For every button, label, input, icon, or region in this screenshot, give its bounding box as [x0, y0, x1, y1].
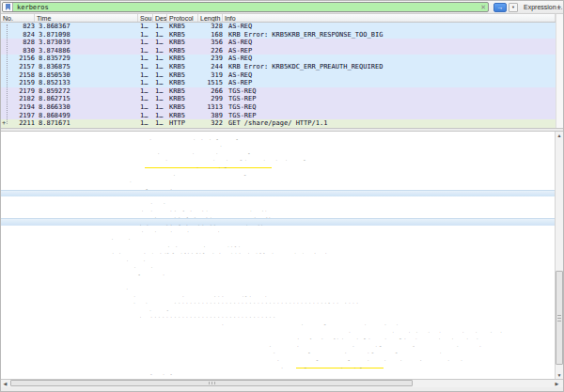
packet-row[interactable]: 823 3.868367 1… 1… KRB5 328 AS-REQ [1, 23, 556, 31]
detail-tree-item[interactable]: authenticator-vno: 5 [1, 261, 555, 269]
detail-tree: .0.. .... = initial: False ..1. .... = p… [1, 133, 555, 375]
wireshark-window: kerberos ✕ → ▼ Expression… + No. Time So… [0, 0, 564, 392]
packet-row[interactable]: 2182 8.862715 1… 1… KRB5 299 TGS-REP [1, 95, 556, 103]
scroll-right-icon[interactable]: ▶ [553, 380, 561, 387]
scroll-left-icon[interactable]: ◀ [1, 380, 9, 387]
detail-tree-item[interactable]: ▷cname [1, 190, 555, 197]
detail-tree-item[interactable]: .... .... .... .... .... .... .... 0... … [1, 339, 555, 347]
cell-length: 266 [198, 87, 223, 96]
detail-tree-item[interactable]: ▷authorization-data: 1 item [1, 226, 555, 233]
detail-text: .... .... .... .... .... .... .... ...0 … [130, 368, 296, 368]
detail-tree-item[interactable]: .... ..0. = anonymous: False [1, 168, 555, 176]
display-filter-field[interactable]: kerberos ✕ [2, 2, 489, 12]
column-header-dest[interactable]: Des [153, 14, 167, 22]
detail-tree-item[interactable]: ◢authenticator [1, 232, 555, 240]
cell-info: AS-REP [223, 47, 556, 55]
detail-tree-item[interactable]: ◢cipher: 407840d3fedf90f03ede0e48895d7df… [1, 247, 555, 255]
cell-protocol: KRB5 [167, 47, 198, 55]
packet-row[interactable]: 824 3.871098 1… 1… KRB5 168 KRB Error: K… [1, 31, 556, 39]
detail-vertical-scrollbar[interactable]: ▲ ▼ [555, 132, 563, 379]
cell-info: TGS-REP [223, 95, 556, 103]
packet-row[interactable]: 2158 8.850530 1… 1… KRB5 319 AS-REQ [1, 71, 556, 80]
add-filter-button[interactable]: + [556, 3, 561, 12]
cell-time: 8.868499 [35, 112, 138, 120]
cell-dest: 1… [153, 55, 167, 63]
packet-row[interactable]: 2156 8.835729 1… 1… KRB5 239 AS-REQ [1, 55, 556, 63]
cell-length: 319 [198, 71, 223, 80]
detail-text: etype: eTYPE-ARCFOUR-HMAC-MD5 (23) [107, 246, 242, 247]
detail-tree-item[interactable]: endtime: 2016-07-29 00:17:47 (UTC) [1, 218, 555, 226]
detail-tree-item[interactable]: checksum: 100000000000000000000000000000… [1, 297, 555, 305]
packet-row[interactable]: 830 3.874886 1… 1… KRB5 226 AS-REP [1, 47, 556, 55]
packet-row[interactable]: 2197 8.868499 1… 1… KRB5 389 TGS-REP [1, 112, 556, 120]
horizontal-scrollbar[interactable]: ◀ ▶ [1, 379, 563, 387]
column-header-info[interactable]: Info [223, 14, 556, 22]
cell-no: 2194 [14, 103, 35, 112]
cell-protocol: KRB5 [167, 87, 198, 96]
detail-tree-item[interactable]: ...0 .... = hw-authent: False [1, 147, 555, 154]
detail-tree-item[interactable]: .... .... .... .... .... .... .... ...0 … [1, 361, 555, 368]
cell-dest: 1… [153, 31, 167, 39]
scroll-down-icon[interactable]: ▼ [556, 371, 563, 379]
scroll-up-icon[interactable]: ▲ [556, 132, 563, 139]
detail-tree-item[interactable]: .0.. .... = initial: False [1, 133, 555, 140]
apply-filter-button[interactable]: → [494, 3, 507, 12]
detail-tree-item[interactable]: .... .... .... .... .... .... ..1. .... … [1, 325, 555, 333]
detail-tree-item[interactable]: Bnd: 00000000000000000000000000000000 [1, 311, 555, 319]
cell-length: 328 [198, 23, 223, 31]
detail-tree-item[interactable]: ▷transited [1, 196, 555, 204]
packet-marker-icon [1, 39, 14, 47]
filter-input[interactable]: kerberos [17, 4, 49, 11]
column-header-protocol[interactable]: Protocol [167, 14, 198, 22]
cell-protocol: KRB5 [167, 112, 198, 120]
column-header-source[interactable]: Sou [138, 14, 153, 22]
detail-tree-item[interactable]: Length: 16 [1, 304, 555, 311]
detail-tree-item[interactable]: cksumtype: cKSUMTYPE-GSSAPI (32771) [1, 290, 555, 297]
detail-tree-item[interactable]: ◢authenticator [1, 254, 555, 261]
packet-row[interactable]: 828 3.873039 1… 1… KRB5 356 AS-REQ [1, 39, 556, 47]
cell-no: 828 [14, 39, 35, 47]
detail-tree-item[interactable]: ▷cname [1, 275, 555, 283]
clear-filter-icon[interactable]: ✕ [480, 4, 486, 11]
cell-protocol: HTTP [167, 119, 198, 128]
column-header-time[interactable]: Time [35, 14, 138, 22]
detail-tree-item[interactable]: ▷key [1, 176, 555, 183]
packet-row[interactable]: 2159 8.852133 1… 1… KRB5 1515 AS-REP [1, 79, 556, 87]
detail-tree-item[interactable]: .... .1.. = ok-as-delegate: True [1, 161, 555, 168]
detail-tree-item[interactable]: .... .... .... .... .... .... .... .0.. … [1, 347, 555, 354]
vertical-scroll-thumb[interactable] [556, 271, 563, 365]
column-header-no[interactable]: No. [1, 14, 35, 22]
detail-tree-item[interactable]: .... .... .... .... .... .... ...1 .... … [1, 333, 555, 340]
packet-list-scrollbar[interactable] [556, 14, 563, 128]
detail-tree-item[interactable]: cusec: 351013 [1, 368, 555, 376]
detail-tree-item[interactable]: etype: eTYPE-ARCFOUR-HMAC-MD5 (23) [1, 240, 555, 247]
cell-info: GET /share/page/ HTTP/1.1 [223, 119, 556, 128]
packet-list: No. Time Sou Des Protocol Length Info 82… [1, 14, 563, 128]
detail-tree-item[interactable]: crealm: PROD [1, 182, 555, 190]
cell-no: 2211 [14, 119, 35, 128]
detail-text: authenticator [100, 239, 151, 240]
detail-tree-item[interactable]: .... .... .... .... .... .... .... ..0. … [1, 353, 555, 361]
horizontal-scroll-thumb[interactable] [10, 380, 413, 386]
cell-dest: 1… [153, 63, 167, 71]
cell-protocol: KRB5 [167, 39, 198, 47]
detail-tree-item[interactable]: starttime: 2016-07-28 14:17:47 (UTC) [1, 212, 555, 219]
detail-tree-item[interactable]: .... 0... = transited-policy-checked: Fa… [1, 154, 555, 162]
detail-tree-item[interactable]: .... .... .... .... ...0 .... .... .... … [1, 318, 555, 325]
packet-row[interactable]: + 2211 8.871671 1… 1… HTTP 322 GET /shar… [1, 119, 556, 128]
packet-row[interactable]: 2157 8.836875 1… 1… KRB5 244 KRB Error: … [1, 63, 556, 71]
detail-tree-item[interactable]: authtime: 2016-07-28 14:17:47 (UTC) [1, 204, 555, 212]
bookmark-icon[interactable] [3, 3, 13, 11]
packet-row[interactable]: 2194 8.866330 1… 1… KRB5 1313 TGS-REQ [1, 103, 556, 112]
detail-tree-item[interactable]: crealm: PROD [1, 268, 555, 275]
cell-source: 1… [138, 47, 153, 55]
detail-text: authenticator-vno: 5 [122, 267, 201, 268]
detail-text: authenticator [115, 260, 166, 261]
packet-marker-icon [1, 63, 14, 71]
cell-time: 8.871671 [35, 119, 138, 128]
column-header-length[interactable]: Length [198, 14, 223, 22]
detail-tree-item[interactable]: ..1. .... = pre-authent: True [1, 140, 555, 148]
packet-row[interactable]: 2179 8.859272 1… 1… KRB5 266 TGS-REQ [1, 87, 556, 96]
filter-history-dropdown-icon[interactable]: ▼ [509, 3, 518, 12]
detail-tree-item[interactable]: ◢cksum [1, 282, 555, 290]
